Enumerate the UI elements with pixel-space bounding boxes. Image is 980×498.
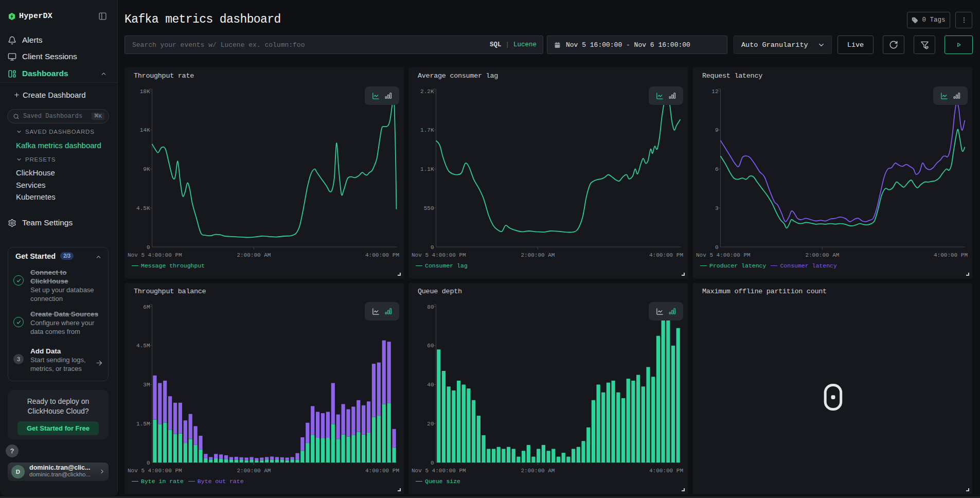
svg-text:Nov 5 4:00:00 PM: Nov 5 4:00:00 PM [412,252,466,258]
svg-text:Nov 5 4:00:00 PM: Nov 5 4:00:00 PM [128,468,182,474]
svg-text:4.5K: 4.5K [136,205,150,211]
svg-text:2:00:00 AM: 2:00:00 AM [237,252,271,258]
svg-text:80: 80 [427,304,434,310]
svg-text:0: 0 [147,460,150,466]
svg-text:4:00:00 PM: 4:00:00 PM [934,252,968,258]
svg-text:1.1K: 1.1K [420,166,434,172]
svg-text:Nov 5 4:00:00 PM: Nov 5 4:00:00 PM [412,468,466,474]
svg-text:3: 3 [715,205,719,211]
svg-text:60: 60 [427,343,434,349]
svg-text:2:00:00 AM: 2:00:00 AM [805,252,839,258]
svg-text:Nov 5 4:00:00 PM: Nov 5 4:00:00 PM [128,252,182,258]
svg-text:4:00:00 PM: 4:00:00 PM [365,252,399,258]
svg-text:2:00:00 AM: 2:00:00 AM [521,252,555,258]
svg-text:550: 550 [424,205,434,211]
svg-text:4:00:00 PM: 4:00:00 PM [649,252,683,258]
svg-text:2.2K: 2.2K [420,88,434,95]
svg-text:40: 40 [427,382,434,388]
svg-text:1.7K: 1.7K [420,127,434,133]
svg-text:9: 9 [715,127,719,133]
svg-text:4:00:00 PM: 4:00:00 PM [365,468,399,474]
svg-text:0: 0 [715,244,719,251]
svg-text:3M: 3M [143,382,150,388]
svg-text:18K: 18K [140,88,150,95]
svg-text:4.5M: 4.5M [136,343,150,349]
svg-text:6: 6 [715,166,719,172]
svg-text:2:00:00 AM: 2:00:00 AM [521,468,555,474]
svg-text:0: 0 [431,460,434,466]
svg-text:0: 0 [147,244,150,251]
svg-text:2:00:00 AM: 2:00:00 AM [237,468,271,474]
svg-text:14K: 14K [140,127,150,133]
svg-text:4:00:00 PM: 4:00:00 PM [649,468,683,474]
svg-text:Nov 5 4:00:00 PM: Nov 5 4:00:00 PM [696,252,751,258]
svg-text:1.5M: 1.5M [136,421,150,427]
svg-text:20: 20 [427,421,434,427]
svg-text:9K: 9K [143,166,150,172]
svg-text:0: 0 [431,244,434,251]
svg-text:12: 12 [711,88,718,95]
svg-text:6M: 6M [143,304,150,310]
